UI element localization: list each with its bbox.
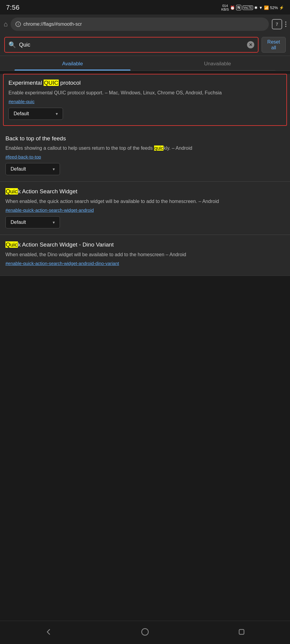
flag-item-quick-action-search-widget-dino: Quick Action Search Widget - Dino Varian… [0,235,290,276]
info-icon: i [15,21,21,27]
flag-highlight-quick4: Quic [5,241,18,248]
tab-available[interactable]: Available [0,56,145,70]
flag-highlight-quick3: Quic [5,188,18,195]
back-nav-button[interactable] [42,626,54,638]
svg-point-0 [142,629,148,635]
flag-desc-quick-action-search-widget: When enabled, the quick action search wi… [5,198,285,205]
flag-desc-quick-action-search-widget-dino: When enabled, the Dino widget will be av… [5,251,285,258]
flags-content: Experimental QUIC protocol Enable experi… [0,74,290,276]
search-input[interactable]: Quic [19,42,244,48]
flag-link-experimental-quic[interactable]: #enable-quic [8,99,282,104]
recents-icon [237,628,246,636]
bluetooth-icon: ✱ [254,5,258,10]
flag-item-feed-back-to-top: Back to top of the feeds Enables showing… [0,129,290,182]
flag-highlight-quic: QUIC [44,80,59,86]
dot2 [285,24,286,25]
data-rate-icon: 014KB/S [221,4,229,11]
search-row: 🔍 Quic ✕ Reset all [0,34,290,56]
home-icon[interactable]: ⌂ [4,20,8,28]
status-bar: 7:56 014KB/S ⏰ N VoLTE ✱ ▼ 📶 52% ⚡ [0,0,290,15]
url-bar[interactable]: i chrome://flags/#smooth-scr [11,18,269,31]
dropdown-arrow-icon3: ▾ [53,220,55,225]
menu-button[interactable] [285,20,286,29]
wifi-icon: ▼ [259,5,263,10]
flag-desc-experimental-quic: Enable experimental QUIC protocol suppor… [8,89,282,96]
recents-nav-button[interactable] [236,626,248,638]
tab-unavailable[interactable]: Unavailable [145,56,290,70]
volte-icon: VoLTE [242,5,253,10]
bottom-spacer [0,276,290,300]
flag-title-quick-action-search-widget-dino: Quick Action Search Widget - Dino Varian… [5,241,285,249]
svg-rect-1 [239,629,244,634]
flag-link-quick-action-search-widget[interactable]: #enable-quick-action-search-widget-andro… [5,208,285,213]
flag-dropdown-experimental-quic[interactable]: Default ▾ [8,108,63,120]
flag-dropdown-feed-back-to-top[interactable]: Default ▾ [5,163,60,175]
flag-title-experimental-quic: Experimental QUIC protocol [8,79,282,87]
tab-count-button[interactable]: 7 [272,19,282,29]
flag-link-feed-back-to-top[interactable]: #feed-back-to-top [5,154,285,159]
home-nav-icon [141,628,149,636]
flag-dropdown-quick-action-search-widget[interactable]: Default ▾ [5,216,60,228]
back-icon [44,628,53,636]
battery-text: 52% [270,5,278,10]
search-field[interactable]: 🔍 Quic ✕ [4,37,259,53]
home-nav-button[interactable] [139,626,151,638]
battery-bolt-icon: ⚡ [279,5,284,10]
flag-title-quick-action-search-widget: Quick Action Search Widget [5,188,285,195]
nfc-icon: N [236,5,241,10]
reset-all-button[interactable]: Reset all [262,37,286,53]
status-time: 7:56 [6,4,20,11]
flag-item-quick-action-search-widget: Quick Action Search Widget When enabled,… [0,182,290,235]
flag-link-quick-action-search-widget-dino[interactable]: #enable-quick-action-search-widget-andro… [5,261,285,266]
alarm-icon: ⏰ [230,5,235,10]
search-icon: 🔍 [8,41,16,48]
dot3 [285,26,286,27]
status-icons: 014KB/S ⏰ N VoLTE ✱ ▼ 📶 52% ⚡ [221,4,284,11]
bottom-nav [0,621,290,644]
url-text: chrome://flags/#smooth-scr [23,21,264,27]
clear-icon[interactable]: ✕ [247,41,254,48]
dropdown-arrow-icon: ▾ [56,111,58,116]
flag-item-experimental-quic: Experimental QUIC protocol Enable experi… [3,74,287,126]
signal-icon: 📶 [264,5,269,10]
dot1 [285,21,286,23]
dropdown-arrow-icon2: ▾ [53,167,55,172]
flag-desc-feed-back-to-top: Enables showing a callout to help users … [5,145,285,152]
flag-highlight-quick2: quic [154,145,163,151]
tabs-row: Available Unavailable [0,56,290,71]
address-bar-row: ⌂ i chrome://flags/#smooth-scr 7 [0,15,290,34]
flag-title-feed-back-to-top: Back to top of the feeds [5,135,285,142]
